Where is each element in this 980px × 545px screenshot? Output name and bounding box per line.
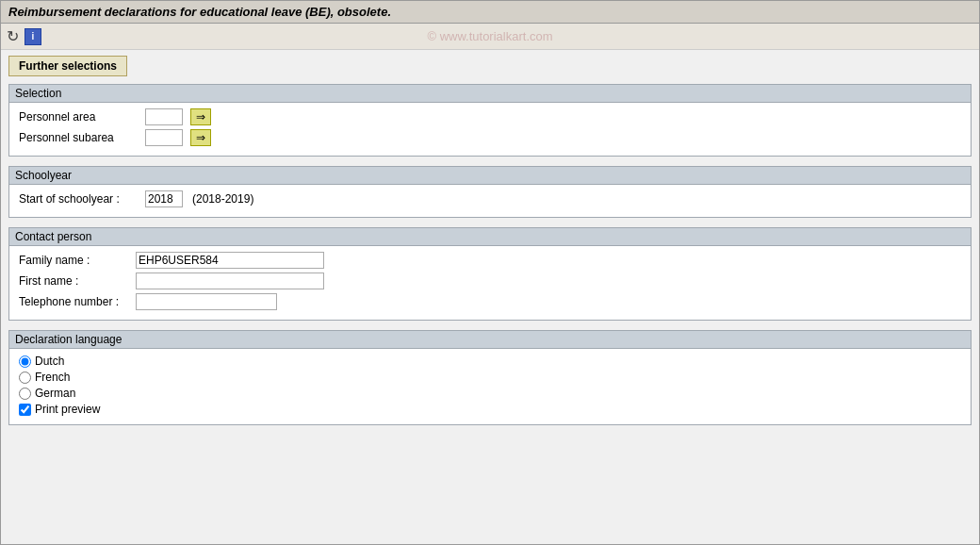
personnel-subarea-input[interactable] — [145, 129, 183, 146]
german-label: German — [35, 387, 75, 400]
telephone-input[interactable] — [136, 293, 277, 310]
personnel-area-label: Personnel area — [19, 110, 141, 124]
window-title: Reimbursement declarations for education… — [8, 5, 391, 19]
telephone-row: Telephone number : — [19, 293, 961, 310]
schoolyear-body: Start of schoolyear : (2018-2019) — [9, 185, 971, 217]
toolbar: ↻ i © www.tutorialkart.com — [1, 24, 979, 50]
personnel-area-input[interactable] — [145, 108, 183, 125]
first-name-input[interactable] — [136, 272, 324, 289]
selection-body: Personnel area ⇒ Personnel subarea ⇒ — [9, 103, 971, 156]
family-name-input[interactable] — [136, 252, 324, 269]
personnel-area-arrow[interactable]: ⇒ — [190, 108, 211, 125]
schoolyear-section: Schoolyear Start of schoolyear : (2018-2… — [8, 166, 972, 218]
contact-body: Family name : First name : Telephone num… — [9, 246, 971, 320]
first-name-row: First name : — [19, 272, 961, 289]
start-schoolyear-row: Start of schoolyear : (2018-2019) — [19, 190, 961, 207]
start-schoolyear-label: Start of schoolyear : — [19, 192, 141, 206]
telephone-label: Telephone number : — [19, 295, 132, 308]
back-icon[interactable]: ↻ — [7, 27, 19, 45]
personnel-subarea-label: Personnel subarea — [19, 131, 141, 144]
dutch-row: Dutch — [19, 355, 961, 368]
print-preview-row: Print preview — [19, 403, 961, 416]
print-preview-label: Print preview — [35, 403, 100, 416]
schoolyear-range: (2018-2019) — [192, 192, 253, 206]
french-row: French — [19, 371, 961, 384]
dutch-radio[interactable] — [19, 355, 31, 368]
german-row: German — [19, 387, 961, 400]
first-name-label: First name : — [19, 274, 132, 288]
start-schoolyear-input[interactable] — [145, 190, 183, 207]
selection-section: Selection Personnel area ⇒ Personnel sub… — [8, 84, 972, 157]
french-radio[interactable] — [19, 372, 31, 384]
title-bar: Reimbursement declarations for education… — [1, 1, 979, 24]
watermark: © www.tutorialkart.com — [427, 29, 552, 43]
language-header: Declaration language — [9, 331, 971, 349]
further-selections-button[interactable]: Further selections — [8, 56, 127, 76]
language-body: Dutch French German Print preview — [9, 349, 971, 424]
selection-header: Selection — [9, 85, 971, 103]
personnel-area-row: Personnel area ⇒ — [19, 108, 961, 125]
main-window: Reimbursement declarations for education… — [0, 0, 980, 545]
personnel-subarea-arrow[interactable]: ⇒ — [190, 129, 211, 146]
contact-section: Contact person Family name : First name … — [8, 227, 972, 321]
french-label: French — [35, 371, 70, 384]
info-icon[interactable]: i — [24, 28, 41, 45]
schoolyear-header: Schoolyear — [9, 167, 971, 185]
contact-header: Contact person — [9, 228, 971, 246]
print-preview-checkbox[interactable] — [19, 404, 31, 416]
german-radio[interactable] — [19, 388, 31, 400]
dutch-label: Dutch — [35, 355, 64, 368]
family-name-row: Family name : — [19, 252, 961, 269]
personnel-subarea-row: Personnel subarea ⇒ — [19, 129, 961, 146]
family-name-label: Family name : — [19, 254, 132, 267]
language-section: Declaration language Dutch French German… — [8, 330, 972, 425]
content-area: Further selections Selection Personnel a… — [1, 50, 979, 440]
